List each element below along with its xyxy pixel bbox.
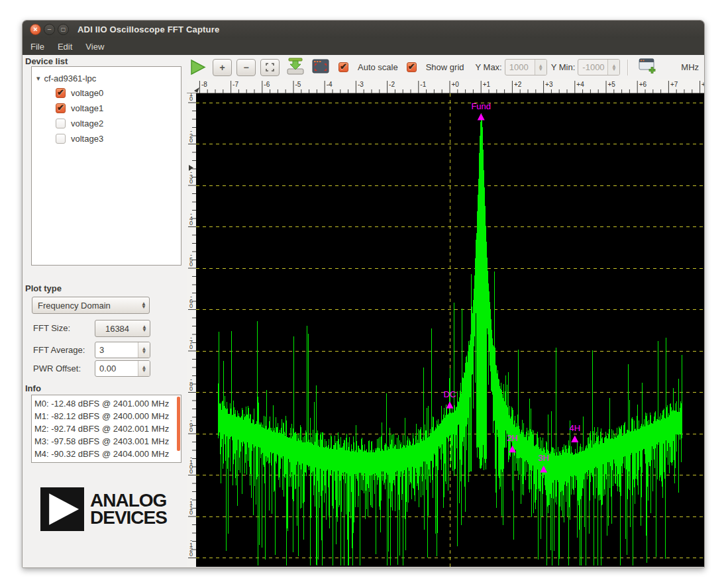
maximize-button[interactable]: ▢ (58, 24, 69, 35)
show-grid-checkbox[interactable] (407, 62, 417, 72)
show-grid-label: Show grid (426, 62, 464, 72)
voltage3-checkbox[interactable] (56, 134, 66, 144)
fft-size-label: FFT Size: (33, 323, 70, 333)
y-min-spinbox: -1000 ▲▼ (578, 59, 620, 75)
svg-text:+6: +6 (639, 81, 647, 88)
voltage1-checkbox[interactable] (56, 103, 66, 113)
svg-text:+8: +8 (701, 81, 705, 88)
plot-panel: + − (187, 55, 704, 567)
svg-text:0: 0 (189, 551, 193, 558)
sidebar: Device list ▾ cf-ad9361-lpc voltage0volt… (23, 55, 187, 567)
marker-info-lines: M0: -12.48 dBFS @ 2401.000 MHzM1: -82.12… (34, 397, 178, 460)
pwr-offset-label: PWR Offset: (33, 364, 81, 373)
new-plot-window-button[interactable] (637, 57, 656, 77)
svg-text:0: 0 (189, 509, 193, 516)
svg-text:-8: -8 (201, 81, 207, 88)
marker-info-panel[interactable]: M0: -12.48 dBFS @ 2401.000 MHzM1: -82.12… (31, 395, 182, 463)
analog-devices-logo: ANALOG DEVICES (40, 487, 167, 531)
fft-size-value: 16384 (95, 324, 139, 334)
menu-bar: FileEditView (23, 38, 704, 55)
svg-text:0: 0 (189, 137, 193, 144)
svg-text:+1: +1 (483, 81, 491, 88)
svg-text:2H: 2H (507, 433, 518, 443)
svg-text:DC: DC (444, 389, 456, 399)
svg-text:0: 0 (189, 344, 193, 350)
auto-scale-checkbox[interactable] (338, 62, 348, 72)
svg-text:0: 0 (189, 426, 193, 433)
spin-arrows-icon: ▲▼ (607, 60, 619, 75)
channel-list: voltage0voltage1voltage2voltage3 (32, 85, 181, 146)
menu-edit[interactable]: Edit (51, 39, 79, 54)
title-bar[interactable]: × − ▢ ADI IIO Oscilloscope FFT Capture (23, 21, 704, 38)
fullscreen-icon (311, 58, 331, 75)
svg-text:3H: 3H (538, 453, 549, 463)
new-plot-window-icon (637, 57, 656, 75)
zoom-in-icon: + (219, 62, 225, 73)
info-line: M0: -12.48 dBFS @ 2401.000 MHz (34, 397, 178, 410)
y-axis-ruler[interactable]: -10-20-30-40-50-60-70-80-90-100-110-120 (187, 93, 196, 567)
minimize-button[interactable]: − (44, 24, 55, 35)
svg-text:0: 0 (189, 303, 193, 309)
frequency-unit-label: MHz (681, 62, 699, 72)
zoom-out-icon: − (243, 62, 248, 73)
adi-logo-text: ANALOG DEVICES (90, 492, 167, 526)
svg-text:0: 0 (189, 261, 193, 268)
fullscreen-button[interactable] (311, 58, 331, 77)
combo-arrows-icon: ▲▼ (139, 325, 150, 332)
svg-text:0: 0 (189, 220, 193, 226)
voltage2-checkbox[interactable] (56, 119, 66, 128)
expander-icon[interactable]: ▾ (36, 74, 40, 83)
plot-type-select[interactable]: Frequency Domain ▲▼ (32, 297, 150, 314)
y-min-value: -1000 (578, 60, 607, 75)
spin-arrows-icon[interactable]: ▲▼ (138, 361, 150, 376)
zoom-out-button[interactable]: − (236, 59, 256, 76)
channel-label: voltage0 (71, 88, 103, 98)
close-button[interactable]: × (30, 24, 41, 35)
spin-arrows-icon: ▲▼ (535, 60, 546, 75)
svg-text:-7: -7 (233, 81, 238, 88)
fft-size-select[interactable]: 16384 ▲▼ (95, 320, 150, 337)
svg-text:-4: -4 (327, 81, 333, 88)
info-line: M3: -97.58 dBFS @ 2403.001 MHz (34, 435, 178, 448)
content-area: Device list ▾ cf-ad9361-lpc voltage0volt… (23, 55, 704, 567)
device-tree-root[interactable]: ▾ cf-ad9361-lpc (32, 71, 181, 85)
maximize-icon: ▢ (61, 26, 66, 32)
x-axis-ruler[interactable]: -8-7-6-5-4-3-2-1+0+1+2+3+4+5+6+7+8 (187, 79, 705, 93)
channel-row-voltage2: voltage2 (32, 116, 181, 131)
channel-label: voltage1 (71, 103, 103, 113)
fft-average-value: 3 (95, 342, 138, 358)
y-max-value: 1000 (505, 60, 535, 75)
auto-scale-label: Auto scale (358, 62, 398, 72)
combo-arrows-icon: ▲▼ (138, 302, 149, 309)
info-line: M2: -92.74 dBFS @ 2402.001 MHz (34, 422, 178, 435)
spin-arrows-icon[interactable]: ▲▼ (138, 342, 150, 358)
info-scrollbar[interactable] (177, 397, 180, 451)
fft-average-spinbox[interactable]: 3 ▲▼ (95, 342, 150, 358)
device-list-label: Device list (25, 56, 68, 66)
start-capture-button[interactable] (189, 58, 207, 76)
channel-label: voltage2 (71, 119, 103, 128)
zoom-fit-button[interactable] (260, 59, 280, 76)
fft-average-label: FFT Average: (33, 345, 85, 355)
pwr-offset-spinbox[interactable]: 0.00 ▲▼ (95, 360, 150, 377)
device-tree[interactable]: ▾ cf-ad9361-lpc voltage0voltage1voltage2… (31, 66, 182, 266)
voltage0-checkbox[interactable] (56, 88, 66, 98)
plot-type-label: Plot type (25, 283, 62, 293)
plot-canvas[interactable]: FundDC2H3H4H (196, 93, 705, 567)
close-icon: × (33, 26, 37, 33)
svg-text:-5: -5 (295, 81, 301, 88)
info-label: Info (25, 383, 41, 393)
zoom-in-button[interactable]: + (213, 59, 232, 76)
toolbar: + − (187, 55, 704, 79)
menu-view[interactable]: View (79, 39, 111, 54)
svg-text:4H: 4H (569, 423, 580, 433)
device-name: cf-ad9361-lpc (44, 74, 97, 83)
y-min-label: Y Min: (551, 62, 576, 72)
save-capture-button[interactable] (285, 57, 305, 78)
menu-file[interactable]: File (24, 39, 51, 54)
app-window: × − ▢ ADI IIO Oscilloscope FFT Capture F… (22, 20, 705, 568)
window-title: ADI IIO Oscilloscope FFT Capture (78, 24, 219, 34)
svg-text:-1: -1 (420, 81, 426, 88)
channel-row-voltage0: voltage0 (32, 85, 181, 101)
svg-text:0: 0 (189, 95, 193, 102)
